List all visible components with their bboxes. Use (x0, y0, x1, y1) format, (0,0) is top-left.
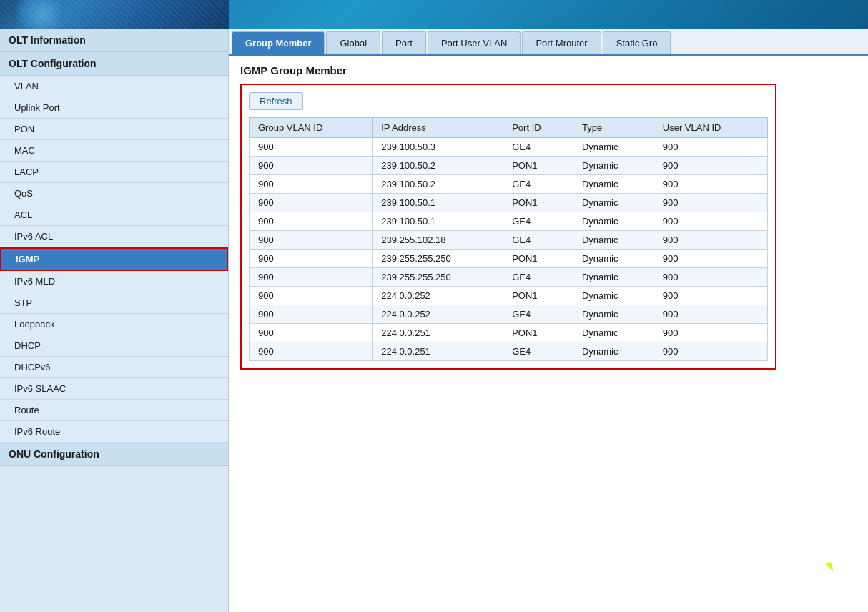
table-row: 900239.100.50.2GE4Dynamic900 (250, 175, 768, 194)
cell-type-6: Dynamic (573, 250, 654, 268)
cell-ip_address-5: 239.255.102.18 (373, 231, 503, 250)
main-layout: OLT Information OLT Configuration VLAN U… (0, 29, 868, 612)
cell-user_vlan_id-8: 900 (654, 287, 767, 305)
sidebar-item-acl[interactable]: ACL (0, 204, 228, 226)
sidebar-section-olt-config[interactable]: OLT Configuration (0, 52, 228, 76)
cell-type-0: Dynamic (573, 138, 654, 157)
cell-user_vlan_id-6: 900 (654, 250, 767, 268)
cell-port_id-0: GE4 (503, 138, 573, 157)
sidebar-item-route[interactable]: Route (0, 400, 228, 421)
cell-port_id-8: PON1 (503, 287, 573, 305)
cell-port_id-1: PON1 (503, 157, 573, 175)
cell-ip_address-6: 239.255.255.250 (373, 250, 503, 268)
col-header-port-id: Port ID (503, 118, 573, 138)
cell-ip_address-10: 224.0.0.251 (373, 324, 503, 342)
table-row: 900239.255.102.18GE4Dynamic900 (250, 231, 768, 250)
sidebar-item-igmp[interactable]: IGMP (0, 247, 228, 271)
table-row: 900239.255.255.250PON1Dynamic900 (250, 250, 768, 268)
sidebar-item-ipv6-acl[interactable]: IPv6 ACL (0, 226, 228, 247)
sidebar-item-vlan[interactable]: VLAN (0, 76, 228, 97)
cell-ip_address-11: 224.0.0.251 (373, 342, 503, 361)
cell-port_id-10: PON1 (503, 324, 573, 342)
cell-type-10: Dynamic (573, 324, 654, 342)
cell-type-8: Dynamic (573, 287, 654, 305)
cell-port_id-2: GE4 (503, 175, 573, 194)
sidebar-item-pon[interactable]: PON (0, 119, 228, 140)
table-row: 900224.0.0.252PON1Dynamic900 (250, 287, 768, 305)
cell-type-3: Dynamic (573, 194, 654, 212)
sidebar: OLT Information OLT Configuration VLAN U… (0, 29, 229, 612)
sidebar-section-onu-config[interactable]: ONU Configuration (0, 443, 228, 466)
cell-ip_address-4: 239.100.50.1 (373, 212, 503, 231)
table-row: 900239.100.50.1PON1Dynamic900 (250, 194, 768, 212)
page-title: IGMP Group Member (240, 64, 857, 76)
cell-ip_address-0: 239.100.50.3 (373, 138, 503, 157)
sidebar-item-ipv6-mld[interactable]: IPv6 MLD (0, 271, 228, 292)
sidebar-item-loopback[interactable]: Loopback (0, 314, 228, 335)
table-row: 900239.255.255.250GE4Dynamic900 (250, 268, 768, 287)
sidebar-item-ipv6-route[interactable]: IPv6 Route (0, 421, 228, 443)
tab-port[interactable]: Port (382, 31, 426, 54)
sidebar-item-stp[interactable]: STP (0, 292, 228, 314)
cell-type-7: Dynamic (573, 268, 654, 287)
sidebar-item-uplink-port[interactable]: Uplink Port (0, 97, 228, 119)
sidebar-section-olt-info[interactable]: OLT Information (0, 29, 228, 52)
cell-user_vlan_id-0: 900 (654, 138, 767, 157)
table-row: 900239.100.50.3GE4Dynamic900 (250, 138, 768, 157)
cell-user_vlan_id-10: 900 (654, 324, 767, 342)
cell-group_vlan_id-4: 900 (250, 212, 373, 231)
table-header-row: Group VLAN ID IP Address Port ID Type Us… (250, 118, 768, 138)
cell-group_vlan_id-7: 900 (250, 268, 373, 287)
cell-group_vlan_id-10: 900 (250, 324, 373, 342)
cell-type-2: Dynamic (573, 175, 654, 194)
tab-group-member[interactable]: Group Member (232, 31, 325, 54)
col-header-ip-address: IP Address (373, 118, 503, 138)
cell-ip_address-8: 224.0.0.252 (373, 287, 503, 305)
sidebar-item-dhcpv6[interactable]: DHCPv6 (0, 357, 228, 378)
cell-port_id-3: PON1 (503, 194, 573, 212)
table-row: 900239.100.50.2PON1Dynamic900 (250, 157, 768, 175)
table-row: 900224.0.0.251PON1Dynamic900 (250, 324, 768, 342)
tab-static-gro[interactable]: Static Gro (603, 31, 671, 54)
banner-image (0, 0, 229, 29)
cell-user_vlan_id-9: 900 (654, 305, 767, 324)
sidebar-item-mac[interactable]: MAC (0, 140, 228, 162)
cell-type-5: Dynamic (573, 231, 654, 250)
sidebar-item-qos[interactable]: QoS (0, 183, 228, 204)
cell-group_vlan_id-0: 900 (250, 138, 373, 157)
col-header-user-vlan-id: User VLAN ID (654, 118, 767, 138)
cell-user_vlan_id-4: 900 (654, 212, 767, 231)
cell-port_id-9: GE4 (503, 305, 573, 324)
cell-group_vlan_id-11: 900 (250, 342, 373, 361)
cell-port_id-6: PON1 (503, 250, 573, 268)
cell-type-1: Dynamic (573, 157, 654, 175)
sidebar-item-dhcp[interactable]: DHCP (0, 335, 228, 357)
cell-type-9: Dynamic (573, 305, 654, 324)
cell-type-11: Dynamic (573, 342, 654, 361)
cell-port_id-4: GE4 (503, 212, 573, 231)
tab-port-mrouter[interactable]: Port Mrouter (522, 31, 601, 54)
sidebar-item-ipv6-slaac[interactable]: IPv6 SLAAC (0, 378, 228, 400)
cell-ip_address-1: 239.100.50.2 (373, 157, 503, 175)
cell-user_vlan_id-2: 900 (654, 175, 767, 194)
tabs-bar: Group Member Global Port Port User VLAN … (229, 29, 868, 56)
sidebar-item-lacp[interactable]: LACP (0, 162, 228, 183)
table-row: 900224.0.0.252GE4Dynamic900 (250, 305, 768, 324)
refresh-button[interactable]: Refresh (249, 92, 303, 110)
col-header-group-vlan-id: Group VLAN ID (250, 118, 373, 138)
cell-group_vlan_id-9: 900 (250, 305, 373, 324)
cell-ip_address-7: 239.255.255.250 (373, 268, 503, 287)
col-header-type: Type (573, 118, 654, 138)
cell-user_vlan_id-11: 900 (654, 342, 767, 361)
cell-user_vlan_id-7: 900 (654, 268, 767, 287)
cell-user_vlan_id-3: 900 (654, 194, 767, 212)
table-container: Refresh Group VLAN ID IP Address Port ID… (240, 84, 776, 370)
tab-port-user-vlan[interactable]: Port User VLAN (428, 31, 521, 54)
cell-port_id-5: GE4 (503, 231, 573, 250)
cell-user_vlan_id-1: 900 (654, 157, 767, 175)
content-area: Group Member Global Port Port User VLAN … (229, 29, 868, 612)
cell-group_vlan_id-6: 900 (250, 250, 373, 268)
page-content: IGMP Group Member Refresh Group VLAN ID … (229, 56, 868, 612)
tab-global[interactable]: Global (326, 31, 380, 54)
cell-user_vlan_id-5: 900 (654, 231, 767, 250)
